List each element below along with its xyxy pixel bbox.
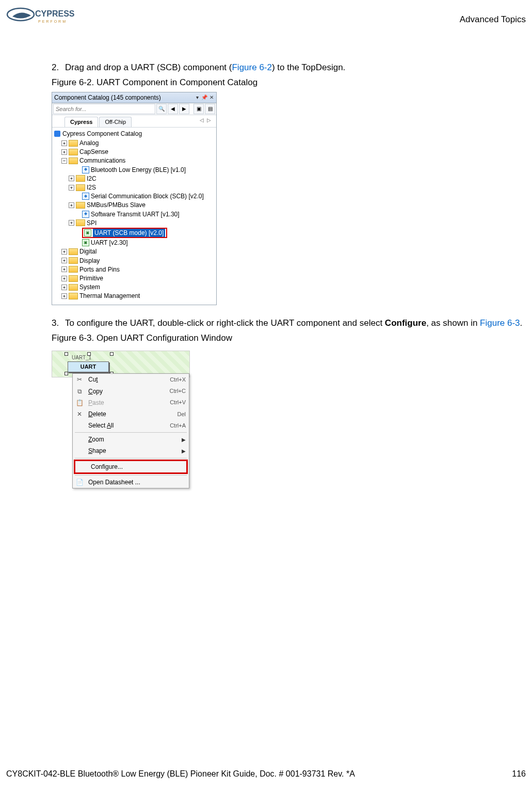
pin-icon[interactable]: 📌: [202, 95, 207, 100]
tree-item-spi[interactable]: +SPI: [54, 219, 214, 228]
tab-off-chip[interactable]: Off-Chip: [99, 117, 132, 127]
paste-icon: 📋: [75, 399, 84, 407]
search-input[interactable]: [53, 104, 155, 114]
menu-item-paste: 📋 Paste Ctrl+V: [73, 397, 189, 408]
menu-separator: [75, 475, 187, 476]
page-number: 116: [512, 769, 526, 779]
delete-icon: ✕: [75, 410, 84, 418]
figure-6-3: UART_1 UART ✂ Cut Ctrl+X ⧉ Copy Ctrl+C 📋: [52, 347, 190, 488]
context-menu: ✂ Cut Ctrl+X ⧉ Copy Ctrl+C 📋 Paste Ctrl+…: [72, 373, 189, 488]
tree-item-smbus[interactable]: +SMBus/PMBus Slave: [54, 201, 214, 210]
step-number: 2.: [52, 62, 65, 74]
menu-item-select-all[interactable]: Select All Ctrl+A: [73, 420, 189, 431]
brand-logo: CYPRESS PERFORM: [6, 5, 78, 31]
step-number: 3.: [52, 318, 65, 329]
menu-item-copy[interactable]: ⧉ Copy Ctrl+C: [73, 386, 189, 397]
section-title: Advanced Topics: [460, 14, 526, 25]
figure-6-3-caption: Figure 6-3. Open UART Configuration Wind…: [52, 333, 526, 344]
tab-scroll-right-icon[interactable]: ▷: [207, 117, 211, 127]
component-tree: Cypress Component Catalog +Analog +CapSe…: [52, 128, 216, 305]
step-text: ) to the TopDesign.: [272, 62, 345, 72]
submenu-arrow-icon: ▶: [182, 436, 186, 444]
step-bold: Configure: [385, 318, 426, 328]
tree-item-i2s[interactable]: +I2S: [54, 183, 214, 192]
tree-item-communications[interactable]: −Communications: [54, 156, 214, 165]
component-label: UART: [68, 361, 109, 372]
menu-item-cut[interactable]: ✂ Cut Ctrl+X: [73, 374, 189, 385]
svg-text:CYPRESS: CYPRESS: [35, 9, 75, 18]
selection-handle[interactable]: [87, 352, 91, 356]
tree-item-analog[interactable]: +Analog: [54, 139, 214, 148]
selection-handle[interactable]: [65, 372, 68, 375]
tab-scroll-left-icon[interactable]: ◁: [200, 117, 204, 127]
figure-6-2-caption: Figure 6-2. UART Component in Component …: [52, 77, 526, 89]
tree-item-i2c[interactable]: +I2C: [54, 175, 214, 183]
menu-item-configure[interactable]: Configure...: [74, 460, 188, 474]
panel-title: Component Catalog (145 components): [54, 93, 161, 102]
menu-separator: [75, 458, 187, 459]
search-icon[interactable]: 🔍: [156, 104, 167, 114]
tree-item-uart[interactable]: ▣UART [v2.30]: [54, 239, 214, 247]
menu-item-zoom[interactable]: Zoom ▶: [73, 434, 189, 445]
catalog-icon: [54, 131, 60, 137]
tab-cypress[interactable]: Cypress: [65, 117, 98, 127]
tree-item-display[interactable]: +Display: [54, 257, 214, 265]
svg-text:PERFORM: PERFORM: [38, 20, 67, 23]
figure-link-6-2[interactable]: Figure 6-2: [232, 62, 271, 72]
tree-item-scb[interactable]: ◆Serial Communication Block (SCB) [v2.0]: [54, 192, 214, 201]
cut-icon: ✂: [75, 375, 84, 384]
tree-root-label: Cypress Component Catalog: [62, 130, 142, 138]
copy-icon: ⧉: [75, 387, 84, 396]
prev-icon[interactable]: ◀: [168, 104, 178, 114]
menu-item-delete[interactable]: ✕ Delete Del: [73, 408, 189, 420]
menu-separator: [75, 432, 187, 433]
uart-component[interactable]: UART_1 UART: [68, 354, 109, 372]
menu-item-shape[interactable]: Shape ▶: [73, 445, 189, 456]
dropdown-icon[interactable]: ▾: [195, 95, 200, 100]
component-catalog-panel: Component Catalog (145 components) ▾ 📌 ✕…: [52, 92, 217, 306]
close-icon[interactable]: ✕: [209, 95, 214, 100]
step-text: , as shown in: [426, 318, 480, 328]
tree-item-uart-scb[interactable]: ▣UART (SCB mode) [v2.0]: [54, 228, 214, 239]
tool-icon[interactable]: ▣: [194, 104, 204, 114]
tool-icon[interactable]: ▤: [205, 104, 215, 114]
tree-item-ble[interactable]: ◆Bluetooth Low Energy (BLE) [v1.0]: [54, 166, 214, 175]
step-text: .: [520, 318, 523, 328]
tree-item-primitive[interactable]: +Primitive: [54, 274, 214, 283]
tree-item-system[interactable]: +System: [54, 283, 214, 292]
tree-item-ports-pins[interactable]: +Ports and Pins: [54, 265, 214, 274]
step-2: 2. Drag and drop a UART (SCB) component …: [52, 62, 526, 74]
submenu-arrow-icon: ▶: [182, 448, 186, 455]
panel-titlebar: Component Catalog (145 components) ▾ 📌 ✕: [52, 92, 216, 103]
footer-doc-id: CY8CKIT-042-BLE Bluetooth® Low Energy (B…: [6, 769, 355, 779]
tree-item-digital[interactable]: +Digital: [54, 247, 214, 256]
tree-item-capsense[interactable]: +CapSense: [54, 148, 214, 156]
selection-handle[interactable]: [110, 352, 114, 356]
tree-item-thermal[interactable]: +Thermal Management: [54, 292, 214, 301]
selection-handle[interactable]: [65, 352, 68, 356]
figure-link-6-3[interactable]: Figure 6-3: [480, 318, 520, 328]
step-text: To configure the UART, double-click or r…: [65, 318, 385, 328]
next-icon[interactable]: ▶: [179, 104, 189, 114]
step-text: Drag and drop a UART (SCB) component (: [65, 62, 232, 72]
step-3: 3. To configure the UART, double-click o…: [52, 318, 526, 329]
tree-item-sw-uart[interactable]: ◆Software Transmit UART [v1.30]: [54, 210, 214, 219]
menu-item-open-datasheet[interactable]: 📄 Open Datasheet ...: [73, 477, 189, 488]
datasheet-icon: 📄: [75, 478, 84, 486]
